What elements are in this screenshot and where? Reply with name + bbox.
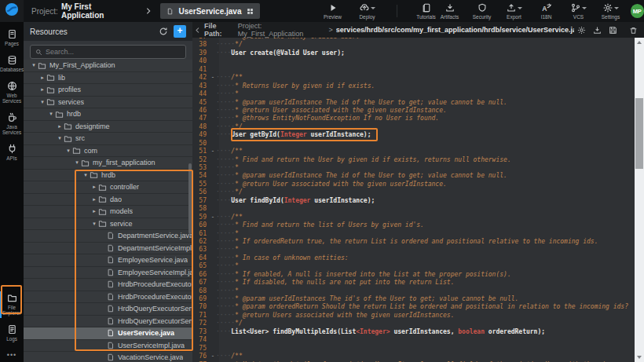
tree-item-hrdb[interactable]: ▾hrdb (24, 108, 192, 121)
code-line-71[interactable]: 71·····* @return Users associated with t… (192, 312, 635, 320)
code-line-57[interactable]: 57····User findById(Integer userIdInstan… (192, 197, 635, 205)
code-line-66[interactable]: 66·····* If enabled, A null is inserted … (192, 271, 635, 279)
tree-item-hrdbqueryexecutorservice-java[interactable]: HrdbQueryExecutorService.java (24, 303, 192, 316)
code-line-47[interactable]: 47·····* @throws EntityNotFoundException… (192, 115, 635, 122)
code-line-45[interactable]: 45·····* @param userIdInstance The id of… (192, 99, 635, 107)
code-line-53[interactable]: 53·····* (192, 164, 635, 172)
code-view[interactable]: 37·····* @return the newly created user.… (192, 38, 635, 362)
code-line-55[interactable]: 55·····* @return User associated with th… (192, 181, 635, 188)
code-line-74[interactable]: 74 (192, 336, 635, 344)
delete-file-icon[interactable] (629, 26, 638, 35)
search-input[interactable] (46, 48, 181, 56)
tree-item-vacationservice-java[interactable]: VacationService.java (24, 352, 192, 362)
grid-icon[interactable] (247, 8, 254, 15)
avatar[interactable]: MP (631, 4, 644, 18)
sidebar-item-file-explorer[interactable]: File Explorer (0, 289, 24, 320)
expand-arrow-icon[interactable]: ▾ (64, 148, 72, 154)
expand-arrow-icon[interactable]: ▸ (90, 208, 98, 214)
settings-button[interactable]: Settings (599, 3, 623, 20)
expand-arrow-icon[interactable]: ▸ (38, 75, 46, 81)
fold-marker[interactable]: - (210, 353, 216, 360)
code-line-40[interactable]: 40 (192, 57, 635, 65)
code-line-39[interactable]: 39····User create(@Valid User user); (192, 49, 635, 57)
code-line-56[interactable]: 56·····*/ (192, 188, 635, 196)
tree-item-dao[interactable]: ▸dao (24, 194, 192, 207)
code-line-49[interactable]: 49····User getById(Integer userIdInstanc… (192, 131, 635, 139)
more-options-button[interactable]: ••• (7, 346, 16, 362)
code-line-68[interactable]: 68·····* (192, 287, 635, 295)
code-line-76[interactable]: 76-····/** (192, 353, 635, 360)
code-line-41[interactable]: 41 (192, 66, 635, 74)
code-line-38[interactable]: 38·····*/ (192, 41, 635, 49)
code-line-58[interactable]: 58 (192, 205, 635, 213)
tree-item-src[interactable]: ▾src (24, 133, 192, 145)
expand-arrow-icon[interactable]: ▸ (90, 184, 98, 190)
tutorials-button[interactable]: Tutorials (415, 3, 438, 20)
tree-item-hrdb[interactable]: ▾hrdb (24, 170, 192, 182)
tree-item-controller[interactable]: ▸controller (24, 181, 192, 194)
code-line-65[interactable]: 65·····* (192, 262, 635, 270)
artifacts-button[interactable]: Artifacts (438, 3, 462, 20)
tree-item-userservice-java[interactable]: UserService.java (24, 327, 192, 340)
code-line-75[interactable]: 75 (192, 345, 635, 353)
expand-arrow-icon[interactable]: ▾ (56, 135, 64, 141)
tree-item-my-first-application[interactable]: ▾My_First_Application (24, 60, 192, 72)
tree-item-departmentservice-java[interactable]: DepartmentService.java (24, 230, 192, 243)
tab-userservice-java[interactable]: UserService.java (160, 3, 259, 19)
code-line-60[interactable]: 60·····* Find and return the list of Use… (192, 221, 635, 229)
tree-item-departmentserviceimpl-java[interactable]: DepartmentServiceImpl.java (24, 243, 192, 255)
code-line-44[interactable]: 44·····* (192, 90, 635, 98)
tree-item-lib[interactable]: ▸lib (24, 72, 192, 85)
code-line-59[interactable]: 59-····/** (192, 214, 635, 221)
code-line-51[interactable]: 51-····/** (192, 148, 635, 155)
sidebar-item-pages[interactable]: Pages (0, 25, 24, 51)
code-line-46[interactable]: 46·····* @return User associated with th… (192, 107, 635, 115)
scrollbar-thumb[interactable] (635, 98, 643, 169)
deploy-button[interactable]: Deploy (356, 3, 379, 20)
tree-item-designtime[interactable]: ▸designtime (24, 121, 192, 133)
code-line-50[interactable]: 50 (192, 140, 635, 148)
expand-arrow-icon[interactable]: ▾ (82, 172, 90, 178)
code-line-70[interactable]: 70·····* @param orderedReturn Should the… (192, 303, 635, 311)
add-resource-button[interactable]: + (174, 25, 186, 38)
export-button[interactable]: Export (503, 3, 526, 20)
collapse-panel-icon[interactable] (194, 27, 201, 34)
fold-marker[interactable]: - (210, 74, 216, 82)
expand-arrow-icon[interactable]: ▾ (30, 62, 38, 68)
code-line-42[interactable]: 42-····/** (192, 74, 635, 82)
tree-item-my-first-application[interactable]: ▾my_first_application (24, 157, 192, 170)
scroll-down-icon[interactable] (637, 356, 642, 359)
code-line-54[interactable]: 54·····* @param userIdInstance The id of… (192, 172, 635, 180)
tree-item-profiles[interactable]: ▸profiles (24, 84, 192, 97)
code-line-48[interactable]: 48·····*/ (192, 123, 635, 131)
app-logo[interactable] (0, 0, 24, 22)
tree-item-employeeserviceimpl-java[interactable]: EmployeeServiceImpl.java (24, 267, 192, 280)
editor-scrollbar[interactable] (635, 38, 644, 362)
sidebar-item-apis[interactable]: APIs (0, 140, 24, 166)
code-line-61[interactable]: 61·····* (192, 230, 635, 238)
tree-item-service[interactable]: ▾service (24, 218, 192, 231)
sidebar-item-java-services[interactable]: Java Services (0, 108, 24, 140)
code-line-69[interactable]: 69·····* @param userIdInstances The id's… (192, 295, 635, 303)
scroll-up-icon[interactable] (637, 41, 642, 44)
tree-item-com[interactable]: ▾com (24, 145, 192, 158)
expand-arrow-icon[interactable]: ▾ (38, 99, 46, 105)
save-file-icon[interactable] (609, 26, 617, 35)
fold-marker[interactable]: - (210, 214, 216, 221)
editor-settings-icon[interactable] (577, 26, 586, 35)
code-line-72[interactable]: 72·····*/ (192, 320, 635, 327)
code-line-62[interactable]: 62·····* If orderedReturn true, the retu… (192, 238, 635, 246)
tree-item-hrdbqueryexecutorserviceimpl-java[interactable]: HrdbQueryExecutorServiceImpl.java (24, 316, 192, 328)
preview-button[interactable]: Preview (321, 3, 345, 20)
panel-scrollbar[interactable] (188, 163, 192, 234)
sidebar-item-logs[interactable]: Logs (0, 320, 24, 346)
tree-item-employeeservice-java[interactable]: EmployeeService.java (24, 254, 192, 267)
i18n-button[interactable]: AI18N (535, 3, 558, 20)
code-line-64[interactable]: 64·····* In case of unknown entities: (192, 254, 635, 262)
sidebar-item-web-services[interactable]: Web Services (0, 77, 24, 108)
expand-arrow-icon[interactable]: ▾ (73, 159, 81, 166)
expand-arrow-icon[interactable]: ▸ (56, 123, 64, 130)
tree-item-services[interactable]: ▾services (24, 97, 192, 109)
code-line-52[interactable]: 52·····* Find and return the User by giv… (192, 156, 635, 164)
download-file-icon[interactable] (593, 26, 602, 35)
